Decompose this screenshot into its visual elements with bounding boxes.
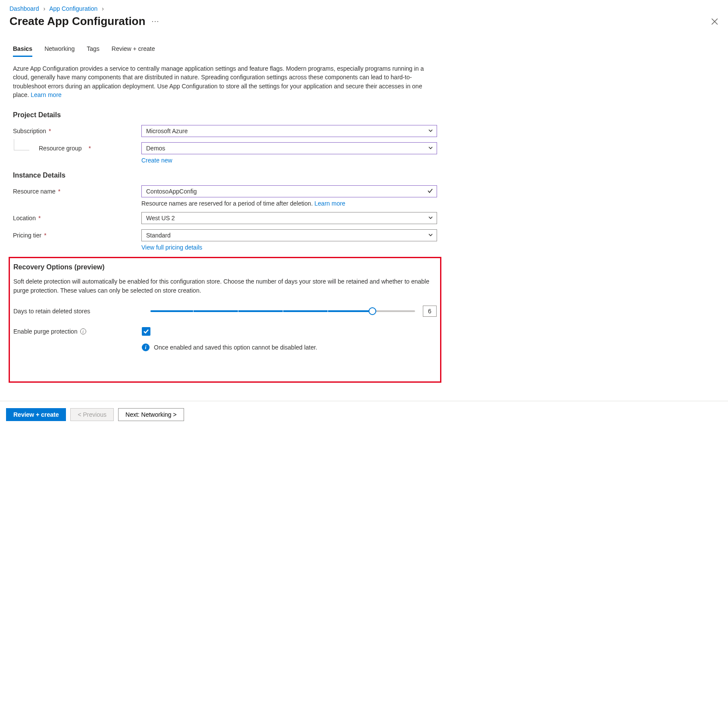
breadcrumb-app-configuration[interactable]: App Configuration [49, 5, 97, 12]
section-instance-details: Instance Details [13, 172, 437, 179]
next-button[interactable]: Next: Networking > [118, 408, 184, 421]
recovery-description: Soft delete protection will automaticall… [13, 277, 437, 295]
tab-basics[interactable]: Basics [13, 45, 32, 57]
page-title: Create App Configuration [9, 15, 145, 28]
section-project-details: Project Details [13, 111, 437, 119]
purge-protection-checkbox[interactable] [142, 327, 150, 336]
chevron-down-icon [428, 215, 433, 222]
tab-tags[interactable]: Tags [87, 45, 100, 57]
recovery-options-section: Recovery Options (preview) Soft delete p… [9, 257, 441, 383]
review-create-button[interactable]: Review + create [6, 408, 66, 421]
section-recovery: Recovery Options (preview) [13, 263, 437, 271]
info-badge-icon: i [142, 343, 150, 351]
location-select[interactable]: West US 2 [141, 212, 437, 224]
purge-protection-label: Enable purge protection i [13, 328, 142, 335]
resource-name-learn-more-link[interactable]: Learn more [315, 200, 346, 207]
chevron-down-icon [428, 145, 433, 152]
days-retain-value: 6 [423, 306, 437, 317]
pricing-tier-select[interactable]: Standard [141, 229, 437, 241]
learn-more-link[interactable]: Learn more [31, 91, 62, 98]
tabs: Basics Networking Tags Review + create [13, 45, 437, 57]
info-icon[interactable]: i [80, 328, 86, 334]
resource-name-label: Resource name* [13, 188, 141, 195]
pricing-tier-label: Pricing tier* [13, 232, 141, 239]
footer-bar: Review + create < Previous Next: Network… [0, 401, 728, 421]
close-icon[interactable] [711, 18, 719, 25]
tab-review-create[interactable]: Review + create [112, 45, 155, 57]
purge-protection-info: Once enabled and saved this option canno… [154, 344, 317, 351]
previous-button: < Previous [70, 408, 114, 421]
tab-networking[interactable]: Networking [44, 45, 75, 57]
pricing-details-link[interactable]: View full pricing details [141, 244, 202, 251]
location-label: Location* [13, 215, 141, 222]
resource-name-input[interactable]: ContosoAppConfig [141, 185, 437, 197]
resource-name-helper: Resource names are reserved for a period… [141, 200, 437, 207]
breadcrumb-dashboard[interactable]: Dashboard [9, 5, 39, 12]
breadcrumb: Dashboard › App Configuration › [9, 5, 719, 12]
check-icon [427, 188, 433, 195]
resource-group-select[interactable]: Demos [141, 142, 437, 154]
subscription-label: Subscription* [13, 128, 141, 134]
chevron-down-icon [428, 232, 433, 239]
create-new-link[interactable]: Create new [141, 157, 172, 164]
chevron-down-icon [428, 128, 433, 134]
resource-group-label: Resource group * [13, 143, 141, 154]
more-icon[interactable]: ··· [151, 17, 159, 26]
days-retain-slider[interactable] [147, 307, 419, 315]
subscription-select[interactable]: Microsoft Azure [141, 125, 437, 137]
intro-text: Azure App Configuration provides a servi… [13, 64, 437, 99]
days-retain-label: Days to retain deleted stores [13, 308, 147, 315]
chevron-right-icon: › [102, 5, 104, 12]
chevron-right-icon: › [43, 5, 45, 12]
